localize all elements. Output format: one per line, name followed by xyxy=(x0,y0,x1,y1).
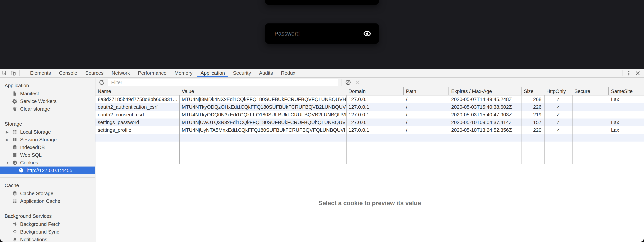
column-divider[interactable] xyxy=(522,95,522,164)
tab-console[interactable]: Console xyxy=(55,69,81,77)
sidebar-item-background-sync[interactable]: Background Sync xyxy=(0,228,95,236)
cell-name[interactable]: oauth2_authentication_csrf xyxy=(96,103,180,111)
cell-value[interactable]: MTU4NjI3MDk4NXxEdi1CQkFFQ180SUFBUkFCRUFB… xyxy=(180,95,346,103)
column-header-path[interactable]: Path xyxy=(404,87,449,95)
cell-name[interactable]: settings_profile xyxy=(96,126,180,134)
cell-expires[interactable]: 2020-05-10T09:04:37.414Z xyxy=(449,118,522,126)
tab-sources[interactable]: Sources xyxy=(81,69,108,77)
tab-elements[interactable]: Elements xyxy=(26,69,55,77)
tab-network[interactable]: Network xyxy=(108,69,134,77)
device-toolbar-button[interactable] xyxy=(9,69,18,77)
refresh-button[interactable] xyxy=(98,79,105,86)
column-header-value[interactable]: Value xyxy=(180,87,346,95)
cell-expires[interactable]: 2020-05-03T15:40:38.602Z xyxy=(449,103,522,111)
cookie-row[interactable]: settings_password MTU4NjUwOTQ3N3xEdi1CQk… xyxy=(96,118,644,126)
cell-samesite[interactable] xyxy=(609,111,644,118)
cell-secure[interactable] xyxy=(572,126,609,134)
cookie-row[interactable]: 8a3d27185b49d7758d8bb669331… MTU4NjI3MDk… xyxy=(96,95,644,103)
tab-security[interactable]: Security xyxy=(229,69,255,77)
chevron-right-icon[interactable]: ▶ xyxy=(6,138,12,142)
cell-name[interactable]: oauth2_consent_csrf xyxy=(96,111,180,118)
tab-memory[interactable]: Memory xyxy=(170,69,196,77)
cell-path[interactable]: / xyxy=(404,111,449,118)
cell-path[interactable]: / xyxy=(404,126,449,134)
sidebar-item-application-cache[interactable]: Application Cache xyxy=(0,197,95,205)
cell-samesite[interactable]: Lax xyxy=(609,95,644,103)
cookie-row[interactable]: settings_profile MTU4NjUyNTA5MnxEdi1CQkF… xyxy=(96,126,644,134)
cell-size[interactable]: 157 xyxy=(522,118,544,126)
cell-samesite[interactable]: Lax xyxy=(609,118,644,126)
column-header-name[interactable]: Name xyxy=(96,87,180,95)
cell-httponly[interactable]: ✓ xyxy=(544,111,572,118)
cell-expires[interactable]: 2020-05-10T13:24:52.356Z xyxy=(449,126,522,134)
cell-samesite[interactable] xyxy=(609,103,644,111)
cell-path[interactable]: / xyxy=(404,103,449,111)
tab-performance[interactable]: Performance xyxy=(134,69,170,77)
tab-application[interactable]: Application xyxy=(196,69,229,77)
tab-audits[interactable]: Audits xyxy=(255,69,277,77)
cell-size[interactable]: 220 xyxy=(522,126,544,134)
column-divider[interactable] xyxy=(404,95,404,164)
cell-value[interactable]: MTU4NTkyODQzOHxEdi1CQkFFQ180SUFBUkFCRUFB… xyxy=(180,103,346,111)
column-divider[interactable] xyxy=(544,95,544,164)
sidebar-item-background-fetch[interactable]: Background Fetch xyxy=(0,220,95,228)
cell-domain[interactable]: 127.0.0.1 xyxy=(346,126,404,134)
sidebar-item-cookie-origin[interactable]: http://127.0.0.1:4455 xyxy=(0,167,95,174)
cell-expires[interactable]: 2020-05-03T15:40:47.903Z xyxy=(449,111,522,118)
cell-secure[interactable] xyxy=(572,111,609,118)
cell-size[interactable]: 226 xyxy=(522,103,544,111)
cookie-row[interactable]: oauth2_consent_csrf MTU4NTkyODQ0N3xEdi1C… xyxy=(96,111,644,118)
toggle-password-visibility-button[interactable] xyxy=(363,29,372,38)
chevron-down-icon[interactable]: ▼ xyxy=(6,161,12,165)
sidebar-item-indexeddb[interactable]: IndexedDB xyxy=(0,144,95,151)
sidebar-item-clear-storage[interactable]: Clear storage xyxy=(0,105,95,113)
column-divider[interactable] xyxy=(572,95,572,164)
column-header-domain[interactable]: Domain xyxy=(346,87,404,95)
cell-domain[interactable]: 127.0.0.1 xyxy=(346,118,404,126)
cell-size[interactable]: 268 xyxy=(522,95,544,103)
cell-httponly[interactable]: ✓ xyxy=(544,95,572,103)
cell-httponly[interactable]: ✓ xyxy=(544,103,572,111)
sidebar-item-manifest[interactable]: Manifest xyxy=(0,90,95,97)
sidebar-item-service-workers[interactable]: Service Workers xyxy=(0,97,95,105)
cell-domain[interactable]: 127.0.0.1 xyxy=(346,103,404,111)
filter-input[interactable] xyxy=(108,79,338,86)
cell-size[interactable]: 219 xyxy=(522,111,544,118)
email-field[interactable] xyxy=(265,0,379,5)
devtools-menu-button[interactable] xyxy=(624,69,633,77)
clear-all-cookies-button[interactable] xyxy=(344,79,352,86)
sidebar-item-web-sql[interactable]: Web SQL xyxy=(0,151,95,159)
column-header-size[interactable]: Size xyxy=(522,87,544,95)
cell-path[interactable]: / xyxy=(404,95,449,103)
inspect-element-button[interactable] xyxy=(0,69,9,77)
cell-domain[interactable]: 127.0.0.1 xyxy=(346,111,404,118)
cell-name[interactable]: settings_password xyxy=(96,118,180,126)
cell-value[interactable]: MTU4NjUwOTQ3N3xEdi1CQkFFQ180SUFBUkFCRUFB… xyxy=(180,118,346,126)
cell-samesite[interactable]: Lax xyxy=(609,126,644,134)
password-field[interactable] xyxy=(265,30,363,37)
devtools-close-button[interactable] xyxy=(633,69,642,77)
column-divider[interactable] xyxy=(346,95,346,164)
cell-expires[interactable]: 2020-05-07T14:49:45.248Z xyxy=(449,95,522,103)
cookie-row[interactable]: oauth2_authentication_csrf MTU4NTkyODQzO… xyxy=(96,103,644,111)
chevron-right-icon[interactable]: ▶ xyxy=(6,130,12,134)
cell-secure[interactable] xyxy=(572,103,609,111)
delete-selected-button[interactable] xyxy=(354,79,361,86)
cell-httponly[interactable]: ✓ xyxy=(544,126,572,134)
column-header-samesite[interactable]: SameSite xyxy=(609,87,644,95)
cookie-row-empty[interactable] xyxy=(96,134,644,142)
sidebar-item-cache-storage[interactable]: Cache Storage xyxy=(0,190,95,197)
column-header-expires[interactable]: Expires / Max-Age xyxy=(449,87,522,95)
cell-secure[interactable] xyxy=(572,95,609,103)
sidebar-item-local-storage[interactable]: ▶ Local Storage xyxy=(0,128,95,136)
column-header-httponly[interactable]: HttpOnly xyxy=(544,87,572,95)
sidebar-item-cookies[interactable]: ▼ Cookies xyxy=(0,159,95,167)
cell-value[interactable]: MTU4NTkyODQ0N3xEdi1CQkFFQ180SUFBUkFCRUFB… xyxy=(180,111,346,118)
cell-secure[interactable] xyxy=(572,118,609,126)
column-header-secure[interactable]: Secure xyxy=(572,87,609,95)
cell-value[interactable]: MTU4NjUyNTA5MnxEdi1CQkFFQ180SUFBUkFCRUFB… xyxy=(180,126,346,134)
cell-name[interactable]: 8a3d27185b49d7758d8bb669331… xyxy=(96,95,180,103)
column-divider[interactable] xyxy=(180,95,180,164)
column-divider[interactable] xyxy=(609,95,609,164)
cell-httponly[interactable]: ✓ xyxy=(544,118,572,126)
